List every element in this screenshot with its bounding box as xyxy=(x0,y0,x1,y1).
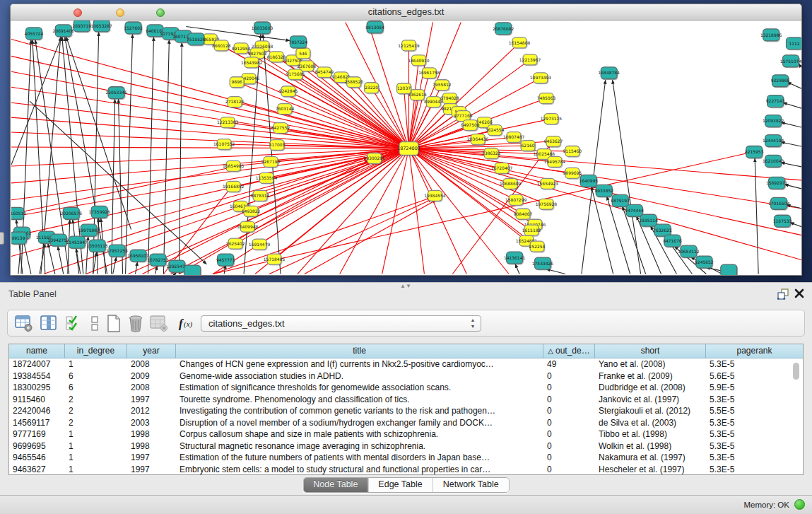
column-header-title[interactable]: title xyxy=(176,344,543,358)
selected-citation-edge[interactable] xyxy=(408,148,801,260)
selected-network-node[interactable]: 16154808 xyxy=(509,37,531,49)
table-cell[interactable]: 18724007 xyxy=(9,358,65,370)
network-node[interactable] xyxy=(721,264,738,275)
citation-network-graph[interactable]: 1872400718300295746582286601288912954232… xyxy=(11,21,801,275)
table-cell[interactable]: Tibbo et al. (1998) xyxy=(595,428,706,440)
column-header-in-degree[interactable]: in_degree xyxy=(65,344,127,358)
network-node[interactable]: 2693719 xyxy=(72,21,91,33)
table-row[interactable]: 911546021997Tourette syndrome. Phenomeno… xyxy=(9,394,803,406)
table-cell[interactable]: 0 xyxy=(543,417,595,429)
table-cell[interactable]: 1998 xyxy=(127,428,176,440)
table-cell[interactable]: 9465546 xyxy=(9,452,65,464)
table-cell[interactable]: Genome-wide association studies in ADHD. xyxy=(176,370,543,382)
table-cell[interactable]: 2 xyxy=(65,405,127,417)
table-cell[interactable]: 2009 xyxy=(127,370,176,382)
selected-network-node[interactable]: 12973115 xyxy=(541,114,563,125)
node-table[interactable]: namein_degreeyeartitle△out_de…shortpager… xyxy=(8,344,804,475)
network-node[interactable]: 14136141 xyxy=(504,252,526,264)
table-cell[interactable]: 9463627 xyxy=(9,464,65,476)
tab-network-table[interactable]: Network Table xyxy=(433,478,509,492)
selected-network-node[interactable]: 15654923 xyxy=(537,178,559,189)
network-node[interactable]: 20691406 xyxy=(53,25,75,37)
table-cell[interactable]: 1997 xyxy=(127,394,176,406)
network-node[interactable]: 9457771 xyxy=(216,254,235,267)
table-cell[interactable]: 1 xyxy=(65,358,127,370)
network-node[interactable]: 7515526 xyxy=(187,33,206,46)
selected-network-node[interactable]: 9084067 xyxy=(514,209,533,220)
column-header-out-de-[interactable]: △out_de… xyxy=(543,344,595,358)
table-cell[interactable]: 0 xyxy=(543,394,595,406)
selected-network-node[interactable]: 2588520 xyxy=(344,77,363,88)
table-cell[interactable]: Stergiakouli et al. (2012) xyxy=(595,405,706,417)
table-cell[interactable]: Structural magnetic resonance image aver… xyxy=(176,440,543,452)
selected-network-node[interactable]: 9175685 xyxy=(286,69,305,81)
network-node[interactable]: 20206576 xyxy=(61,207,83,220)
selected-network-node[interactable]: 16854985 xyxy=(223,160,245,172)
table-cell[interactable]: 0 xyxy=(543,382,595,394)
citation-edge[interactable] xyxy=(48,244,55,274)
selected-network-node[interactable]: 62160 xyxy=(521,141,536,152)
table-cell[interactable]: 22420046 xyxy=(9,405,65,417)
citation-edge[interactable] xyxy=(163,40,169,274)
selected-network-node[interactable]: 317003 xyxy=(269,140,286,151)
selected-network-node[interactable]: 12213967 xyxy=(519,54,541,66)
table-row[interactable]: 977716911998Corpus callosum shape and si… xyxy=(9,428,803,440)
selected-network-node[interactable]: 12037 xyxy=(397,83,412,95)
table-cell[interactable]: 1997 xyxy=(127,464,176,476)
selected-citation-edge[interactable] xyxy=(170,148,408,274)
table-cell[interactable]: Changes of HCN gene expression and I(f) … xyxy=(176,358,543,370)
citation-edge[interactable] xyxy=(790,223,801,227)
citation-edge[interactable] xyxy=(515,264,519,274)
selected-network-node[interactable]: 10688609 xyxy=(500,178,522,189)
selected-citation-edge[interactable] xyxy=(213,153,749,274)
table-cell[interactable]: de Silva et al. (2003) xyxy=(595,417,706,429)
selected-network-node[interactable]: 15718485 xyxy=(264,254,286,265)
selected-network-node[interactable]: 23220 xyxy=(365,83,379,94)
table-row[interactable]: 2242004622012Investigating the contribut… xyxy=(9,405,803,417)
delete-table-trash-icon[interactable] xyxy=(127,315,144,332)
network-node[interactable]: 16848784 xyxy=(599,67,620,80)
citation-edge[interactable] xyxy=(592,187,613,274)
citation-edge[interactable] xyxy=(113,257,117,274)
table-cell[interactable]: Investigating the contribution of common… xyxy=(176,405,543,417)
table-cell[interactable]: 2012 xyxy=(127,405,176,417)
table-cell[interactable]: 0 xyxy=(543,405,595,417)
selected-network-node[interactable]: 8878314 xyxy=(251,190,270,201)
selected-network-node[interactable]: 8454749 xyxy=(315,67,334,78)
table-cell[interactable]: 0 xyxy=(543,370,595,382)
column-header-year[interactable]: year xyxy=(127,344,176,358)
citation-edge[interactable] xyxy=(613,80,641,274)
selected-citation-edge[interactable] xyxy=(259,148,408,245)
network-node[interactable]: 22053346 xyxy=(105,87,127,100)
table-cell[interactable]: 5.3E-5 xyxy=(706,394,803,406)
new-table-icon[interactable] xyxy=(106,315,122,332)
selected-network-node[interactable]: 7386322 xyxy=(482,148,501,159)
table-cell[interactable]: Tourette syndrome. Phenomenology and cla… xyxy=(176,394,543,406)
table-cell[interactable]: 19384554 xyxy=(9,370,65,382)
table-cell[interactable]: 1 xyxy=(65,440,127,452)
network-node[interactable]: 13505115 xyxy=(86,240,108,252)
selected-network-node[interactable]: 16961758 xyxy=(418,68,440,79)
table-cell[interactable]: 0 xyxy=(543,428,595,440)
close-panel-icon[interactable] xyxy=(794,288,804,298)
table-cell[interactable]: 2 xyxy=(65,417,127,429)
network-node[interactable]: 12444194 xyxy=(763,135,784,148)
column-header-name[interactable]: name xyxy=(9,344,65,358)
table-cell[interactable]: Embryonic stem cells: a model to study s… xyxy=(176,464,543,476)
table-cell[interactable]: 1 xyxy=(65,452,127,464)
table-row[interactable]: 1872400712008Changes of HCN gene express… xyxy=(9,358,803,370)
import-table-icon[interactable] xyxy=(150,315,168,332)
citation-edge[interactable] xyxy=(58,247,64,274)
citation-edge[interactable] xyxy=(244,34,261,274)
table-cell[interactable]: 6 xyxy=(65,370,127,382)
network-window[interactable]: citations_edges.txt 18724007183002957465… xyxy=(10,4,802,276)
network-node[interactable]: 19975887 xyxy=(78,224,100,237)
selected-network-node[interactable]: 1493822 xyxy=(242,206,261,217)
network-node[interactable]: 1167533 xyxy=(773,215,792,228)
row-height-icon[interactable] xyxy=(90,315,99,332)
network-node[interactable]: 1112 xyxy=(787,37,801,50)
network-window-titlebar[interactable]: citations_edges.txt xyxy=(11,4,801,21)
table-settings-icon[interactable] xyxy=(15,315,33,332)
network-node[interactable]: 99139 xyxy=(11,232,28,245)
table-cell[interactable]: Hescheler et al. (1997) xyxy=(595,464,706,476)
